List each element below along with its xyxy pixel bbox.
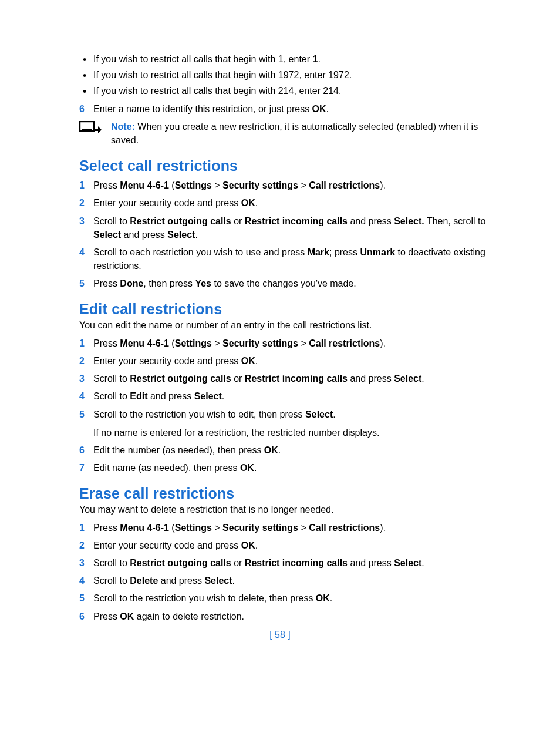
step-item: Scroll to Edit and press Select.	[79, 389, 495, 403]
select-steps: Press Menu 4-6-1 (Settings > Security se…	[79, 179, 495, 290]
bold-text: OK	[312, 104, 326, 114]
step-item: Press OK again to delete restriction.	[79, 610, 495, 623]
edit-steps: Press Menu 4-6-1 (Settings > Security se…	[79, 337, 495, 475]
bullet-list: If you wish to restrict all calls that b…	[79, 52, 495, 98]
note-icon	[79, 121, 102, 137]
step-item: Scroll to the restriction you wish to de…	[79, 591, 495, 605]
heading-select: Select call restrictions	[79, 157, 495, 174]
heading-erase: Erase call restrictions	[79, 485, 495, 502]
erase-steps: Press Menu 4-6-1 (Settings > Security se…	[79, 521, 495, 623]
step-item: Scroll to Restrict outgoing calls or Res…	[79, 214, 495, 241]
step-item: Press Done, then press Yes to save the c…	[79, 277, 495, 290]
step-item: Press Menu 4-6-1 (Settings > Security se…	[79, 337, 495, 350]
note-block: Note: When you create a new restriction,…	[79, 120, 495, 147]
text: When you create a new restriction, it is…	[111, 122, 478, 145]
continued-steps: Enter a name to identify this restrictio…	[79, 102, 495, 116]
note-text: Note: When you create a new restriction,…	[111, 120, 495, 147]
bullet-item: If you wish to restrict all calls that b…	[79, 68, 495, 82]
step-item: Enter your security code and press OK.	[79, 196, 495, 210]
step-item: Scroll to Delete and press Select.	[79, 574, 495, 587]
step-item: Enter your security code and press OK.	[79, 354, 495, 368]
step-item: Edit name (as needed), then press OK.	[79, 461, 495, 475]
text: .	[326, 104, 329, 114]
text: If you wish to restrict all calls that b…	[93, 70, 352, 80]
step-item: Scroll to the restriction you wish to ed…	[79, 408, 495, 439]
svg-rect-1	[82, 129, 92, 130]
heading-edit: Edit call restrictions	[79, 301, 495, 318]
step-item: Edit the number (as needed), then press …	[79, 443, 495, 457]
step-item: Press Menu 4-6-1 (Settings > Security se…	[79, 521, 495, 534]
step-item: Scroll to Restrict outgoing calls or Res…	[79, 556, 495, 570]
page-number: [ 58 ]	[0, 630, 560, 640]
step-item: Enter a name to identify this restrictio…	[79, 102, 495, 116]
step-item: Enter your security code and press OK.	[79, 539, 495, 552]
step-item: Press Menu 4-6-1 (Settings > Security se…	[79, 179, 495, 192]
erase-intro: You may want to delete a restriction tha…	[79, 503, 495, 516]
step-subtext: If no name is entered for a restriction,…	[93, 426, 495, 439]
bullet-item: If you wish to restrict all calls that b…	[79, 84, 495, 97]
bullet-item: If you wish to restrict all calls that b…	[79, 52, 495, 66]
text: If you wish to restrict all calls that b…	[93, 86, 341, 96]
page-body: If you wish to restrict all calls that b…	[0, 0, 560, 675]
text: Enter a name to identify this restrictio…	[93, 104, 312, 114]
text: .	[318, 54, 320, 64]
note-label: Note:	[111, 122, 135, 132]
edit-intro: You can edit the name or number of an en…	[79, 319, 495, 332]
text: If you wish to restrict all calls that b…	[93, 54, 313, 64]
step-item: Scroll to Restrict outgoing calls or Res…	[79, 372, 495, 385]
step-item: Scroll to each restriction you wish to u…	[79, 246, 495, 273]
